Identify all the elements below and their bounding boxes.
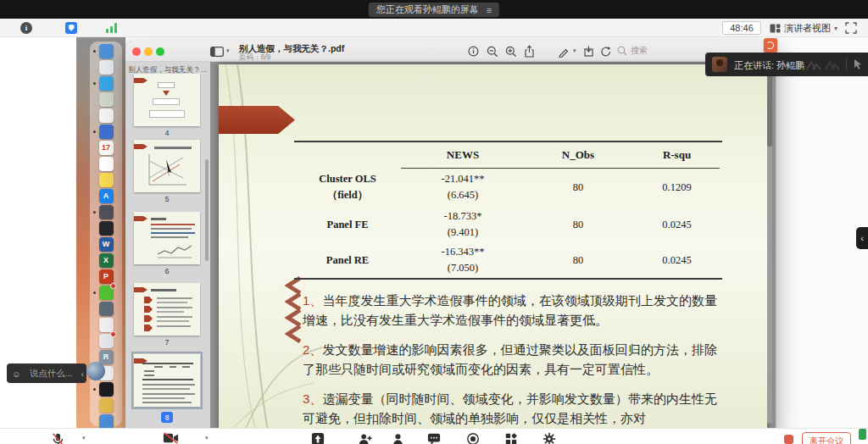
participants-button[interactable] [392, 432, 404, 444]
export-icon[interactable] [583, 45, 594, 58]
sidebar-scrollbar[interactable] [205, 159, 209, 261]
floating-avatar-bubble[interactable] [86, 362, 105, 380]
pdf-preview-window: ▾ 别人造假，与我无关？.pdf 页码：8/9 ▾ [125, 41, 776, 432]
thumbnail-sidebar: 别人造假，与我无关？… 4 5 [125, 62, 210, 432]
chat-placeholder: 说点什么... [30, 368, 73, 380]
thumbnail-page-4[interactable] [134, 74, 200, 126]
camera-muted-icon[interactable] [163, 432, 179, 444]
watching-label: 您正在观看孙鲲鹏的屏幕 [376, 3, 479, 16]
markup-caret-icon[interactable]: ▾ [573, 47, 576, 54]
dock-icon-excel[interactable]: X [99, 253, 114, 268]
dock-icon-notes[interactable] [99, 173, 114, 187]
share-icon[interactable] [524, 45, 535, 58]
dock-icon-finder[interactable] [99, 44, 114, 58]
security-shield-icon[interactable] [65, 22, 77, 34]
camera-options-caret[interactable]: ▾ [205, 435, 209, 441]
col-header-rsqu: R-squ [632, 148, 722, 162]
fullscreen-icon[interactable] [845, 22, 857, 34]
chat-button[interactable] [427, 432, 441, 444]
slide-paragraph-1: 1、当年度发生重大学术造假事件的领域，在该领域顶级期刊上发文的数量增速，比没有发… [303, 291, 717, 330]
running-indicator [93, 291, 96, 294]
dock-icon-capture[interactable] [99, 302, 114, 316]
dock-icon-tv[interactable] [99, 125, 114, 139]
col-header-news: NEWS [401, 148, 525, 162]
record-button[interactable] [466, 432, 480, 444]
maximize-button[interactable] [156, 47, 164, 56]
apps-button[interactable] [504, 432, 518, 444]
pdf-window-toolbar: ▾ 别人造假，与我无关？.pdf 页码：8/9 ▾ [125, 41, 776, 62]
dock-icon-photos[interactable] [99, 108, 114, 123]
mic-options-caret[interactable]: ▾ [82, 435, 86, 441]
dock-icon-globe[interactable] [99, 205, 114, 219]
dock-icon-files[interactable] [99, 414, 114, 429]
notification-badge [110, 331, 116, 337]
speaker-view-label: 演讲者视图 [784, 22, 831, 35]
dock-icon-launchpad[interactable] [99, 60, 114, 75]
rotate-icon[interactable] [600, 46, 612, 58]
chat-collapse-icon[interactable]: ‹ [81, 369, 85, 379]
dock-icon-wechat[interactable] [99, 286, 114, 300]
dock-icon-r-app[interactable]: R [99, 350, 114, 364]
thumbnail-page-7[interactable] [134, 283, 200, 336]
sidebar-toggle-icon[interactable] [210, 47, 224, 57]
table-row: Cluster OLS（field） -21.041**(6.645) 80 0… [294, 168, 722, 207]
notification-badge [110, 283, 116, 289]
meeting-info-icon[interactable]: i [20, 22, 32, 34]
floating-share-badge[interactable] [764, 38, 777, 53]
mic-muted-icon[interactable] [51, 432, 65, 444]
dock-icon-widgets[interactable] [99, 334, 114, 348]
panel-collapse-tab[interactable]: ‹ [856, 227, 868, 249]
zoom-in-icon[interactable] [505, 46, 517, 58]
info-icon[interactable] [468, 46, 479, 57]
search-field[interactable]: 搜索 [617, 45, 648, 57]
hamburger-menu-icon[interactable]: ≡ [487, 5, 492, 15]
emoji-icon[interactable]: ☺ [12, 369, 21, 379]
thumbnail-page-5[interactable] [134, 140, 200, 192]
thumbnail-page-8-selected[interactable] [134, 354, 200, 407]
dock-icon-app-store[interactable]: A [99, 189, 114, 203]
dock-icon-camera[interactable] [99, 382, 114, 397]
leave-icon[interactable] [784, 435, 793, 444]
thumbnail-page-6[interactable] [134, 212, 200, 264]
thumbnail-page-5-label: 5 [134, 195, 200, 203]
reaction-icon[interactable] [824, 59, 841, 70]
meeting-bottom-bar: ▾ ▾ [0, 428, 868, 444]
watching-screen-pill[interactable]: 您正在观看孙鲲鹏的屏幕 ≡ [369, 3, 499, 17]
minimize-button[interactable] [144, 47, 153, 56]
speaker-view-button[interactable]: 演讲者视图 ▾ [770, 20, 837, 36]
speaking-indicator: 正在讲话: 孙鲲鹏 [705, 53, 868, 76]
chat-input-overlay[interactable]: ☺ 说点什么... ‹ [7, 364, 86, 383]
layout-view-icon [770, 24, 781, 33]
col-header-nobs: N_Obs [525, 148, 632, 162]
hand-cursor-icon[interactable] [852, 58, 864, 70]
content-scrollbar-thumb[interactable] [767, 66, 772, 147]
dock-icon-screenshot[interactable] [99, 92, 114, 107]
dock-icon-pixel-app[interactable] [99, 398, 114, 413]
speaker-avatar [712, 57, 727, 72]
dock-icon-powerpoint[interactable]: P [99, 269, 114, 284]
slide-paragraph-3: 3、遗漏变量（同时随时间、领域变化，并影响发文数量）带来的内生性无可避免，但扣除… [303, 389, 717, 428]
close-button[interactable] [132, 47, 141, 56]
dock-icon-terminal[interactable] [99, 221, 114, 236]
thumbnail-page-4-label: 4 [134, 129, 200, 137]
reaction-icon[interactable] [805, 59, 822, 70]
dock-icon-word[interactable]: W [99, 237, 114, 252]
settings-button[interactable] [542, 432, 556, 444]
zoom-out-icon[interactable] [487, 46, 498, 58]
regression-results-table: NEWS N_Obs R-squ Cluster OLS（field） -21.… [294, 141, 722, 280]
running-indicator [93, 82, 96, 85]
thumbnail-page-8-badge: 8 [161, 412, 173, 423]
dock-icon-safari[interactable] [99, 76, 114, 91]
dock-icon-calendar[interactable]: 17 [99, 141, 114, 155]
markup-pen-icon[interactable] [558, 46, 570, 58]
search-icon [617, 46, 627, 56]
search-placeholder: 搜索 [631, 45, 648, 57]
green-status-fragment [859, 429, 866, 440]
leave-meeting-button[interactable]: 离开会议 [802, 432, 851, 444]
invite-button[interactable] [358, 432, 372, 444]
slide-banner-mini [134, 78, 147, 83]
sidebar-caret-icon[interactable]: ▾ [226, 47, 230, 54]
share-screen-button[interactable] [311, 432, 325, 444]
dock-icon-reminders[interactable] [99, 157, 114, 171]
dock-icon-music[interactable] [99, 318, 114, 332]
